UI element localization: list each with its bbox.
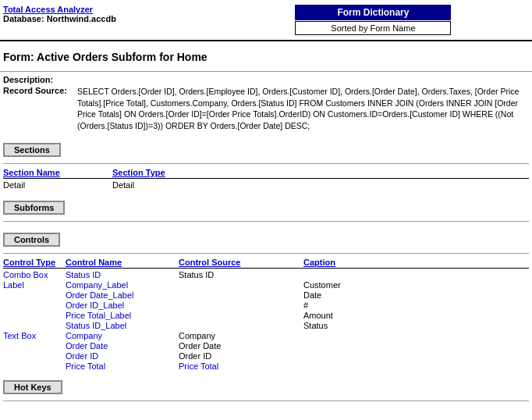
ctrl-row-6: Text Box Company Company <box>3 331 529 340</box>
sections-divider <box>3 163 529 164</box>
ctrl-source-4 <box>179 311 303 320</box>
ctrl-source-1 <box>179 280 303 290</box>
sections-table-header: Section Name Section Type <box>3 167 529 179</box>
header: Total Access Analyzer Database: Northwin… <box>0 0 532 37</box>
ctrl-source-header: Control Source <box>179 258 303 267</box>
form-divider <box>0 71 532 72</box>
ctrl-name-1: Company_Label <box>66 280 179 290</box>
ctrl-type-5 <box>3 321 66 330</box>
subforms-divider <box>3 221 529 222</box>
form-content: Description: Record Source: SELECT Order… <box>0 75 532 401</box>
section-row-0: Detail Detail <box>3 180 529 190</box>
ctrl-row-5: Status ID_Label Status <box>3 321 529 330</box>
controls-container: Controls Control Type Control Name Contr… <box>3 228 529 371</box>
db-name: Database: Northwind.accdb <box>3 14 116 23</box>
ctrl-type-4 <box>3 311 66 320</box>
ctrl-name-4: Price Total_Label <box>66 311 179 320</box>
ctrl-type-1: Label <box>3 280 66 290</box>
ctrl-row-7: Order Date Order Date <box>3 341 529 351</box>
ctrl-row-1: Label Company_Label Customer <box>3 280 529 290</box>
app-title[interactable]: Total Access Analyzer <box>3 5 116 14</box>
description-row: Description: <box>3 75 529 84</box>
ctrl-caption-2: Date <box>303 290 397 300</box>
ctrl-source-8: Order ID <box>179 351 303 361</box>
ctrl-type-2 <box>3 290 66 300</box>
ctrl-type-8 <box>3 351 66 361</box>
ctrl-source-9: Price Total <box>179 361 303 371</box>
ctrl-caption-3: # <box>303 301 397 310</box>
ctrl-row-4: Price Total_Label Amount <box>3 311 529 320</box>
hot-keys-button[interactable]: Hot Keys <box>3 380 62 394</box>
section-type-0: Detail <box>112 180 222 190</box>
subforms-button[interactable]: Subforms <box>3 201 65 215</box>
ctrl-source-5 <box>179 321 303 330</box>
dict-title: Form Dictionary <box>295 5 451 20</box>
ctrl-type-7 <box>3 341 66 351</box>
ctrl-caption-0 <box>303 270 397 279</box>
ctrl-name-9: Price Total <box>66 361 179 371</box>
ctrl-type-3 <box>3 301 66 310</box>
ctrl-row-3: Order ID_Label # <box>3 301 529 310</box>
controls-table-header: Control Type Control Name Control Source… <box>3 257 529 269</box>
ctrl-type-6: Text Box <box>3 331 66 340</box>
ctrl-caption-6 <box>303 331 397 340</box>
top-divider <box>0 40 532 41</box>
description-value <box>77 75 529 84</box>
ctrl-source-7: Order Date <box>179 341 303 351</box>
record-source-row: Record Source: SELECT Orders.[Order ID],… <box>3 86 529 132</box>
ctrl-type-9 <box>3 361 66 371</box>
sections-container: Sections Section Name Section Type Detai… <box>3 138 529 190</box>
description-label: Description: <box>3 75 77 84</box>
ctrl-caption-9 <box>303 361 397 371</box>
ctrl-source-6: Company <box>179 331 303 340</box>
form-title: Form: Active Orders Subform for Home <box>0 44 532 68</box>
hot-keys-container: Hot Keys <box>3 376 529 401</box>
ctrl-name-6: Company <box>66 331 179 340</box>
ctrl-source-2 <box>179 290 303 300</box>
subforms-container: Subforms <box>3 196 529 222</box>
ctrl-caption-5: Status <box>303 321 397 330</box>
dict-subtitle: Sorted by Form Name <box>295 21 451 35</box>
ctrl-source-3 <box>179 301 303 310</box>
header-right: Form Dictionary Sorted by Form Name <box>218 5 529 35</box>
header-left: Total Access Analyzer Database: Northwin… <box>3 5 116 23</box>
ctrl-caption-8 <box>303 351 397 361</box>
record-source-label: Record Source: <box>3 86 77 132</box>
ctrl-name-5: Status ID_Label <box>66 321 179 330</box>
section-name-header: Section Name <box>3 168 112 177</box>
controls-button[interactable]: Controls <box>3 233 60 247</box>
ctrl-caption-header: Caption <box>303 258 397 267</box>
record-source-value: SELECT Orders.[Order ID], Orders.[Employ… <box>77 86 529 132</box>
sections-button[interactable]: Sections <box>3 143 61 157</box>
ctrl-name-3: Order ID_Label <box>66 301 179 310</box>
ctrl-row-2: Order Date_Label Date <box>3 290 529 300</box>
section-type-header: Section Type <box>112 168 222 177</box>
ctrl-row-8: Order ID Order ID <box>3 351 529 361</box>
ctrl-caption-1: Customer <box>303 280 397 290</box>
ctrl-source-0: Status ID <box>179 270 303 279</box>
hot-keys-divider <box>3 400 529 401</box>
section-name-0: Detail <box>3 180 112 190</box>
controls-divider <box>3 253 529 254</box>
ctrl-type-header: Control Type <box>3 258 66 267</box>
ctrl-name-7: Order Date <box>66 341 179 351</box>
ctrl-row-0: Combo Box Status ID Status ID <box>3 270 529 279</box>
ctrl-name-8: Order ID <box>66 351 179 361</box>
ctrl-name-2: Order Date_Label <box>66 290 179 300</box>
ctrl-name-0: Status ID <box>66 270 179 279</box>
ctrl-name-header: Control Name <box>66 258 179 267</box>
ctrl-caption-7 <box>303 341 397 351</box>
ctrl-type-0: Combo Box <box>3 270 66 279</box>
ctrl-row-9: Price Total Price Total <box>3 361 529 371</box>
ctrl-caption-4: Amount <box>303 311 397 320</box>
